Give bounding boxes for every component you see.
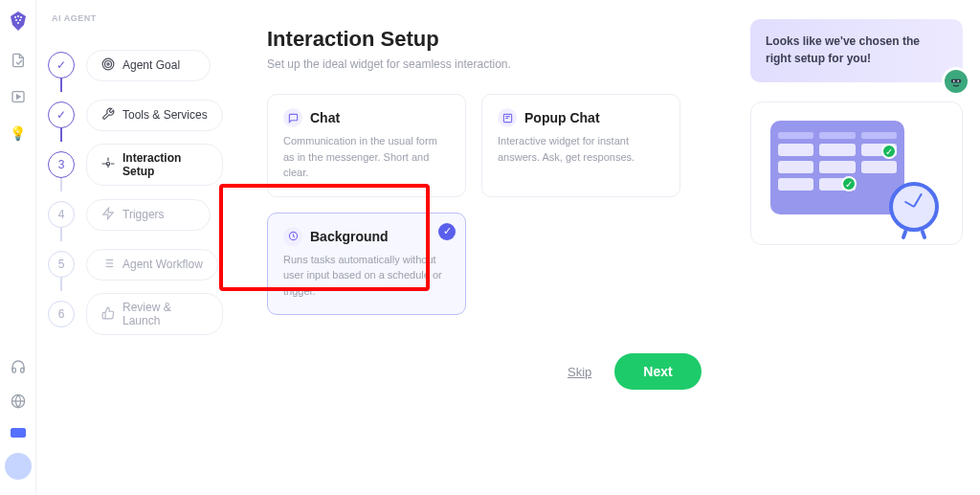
bulb-icon[interactable]: 💡 <box>10 125 26 141</box>
tools-icon <box>101 107 115 124</box>
trigger-icon <box>101 207 115 223</box>
svg-marker-14 <box>103 208 114 219</box>
svg-point-4 <box>19 19 21 21</box>
thumbs-up-icon <box>101 306 115 323</box>
svg-point-11 <box>105 60 112 67</box>
sidebar-header: AI AGENT <box>48 13 223 23</box>
skip-link[interactable]: Skip <box>568 365 591 379</box>
svg-point-26 <box>957 80 959 82</box>
card-title: Chat <box>310 110 340 125</box>
step-indicator-5: 5 <box>48 251 75 278</box>
headset-icon[interactable] <box>11 359 26 378</box>
step-agent-goal[interactable]: Agent Goal <box>86 50 211 81</box>
svg-point-25 <box>953 80 955 82</box>
card-title: Background <box>310 229 389 244</box>
step-indicator-2: ✓ <box>48 101 75 128</box>
card-desc: Communication in the usual form as in th… <box>283 133 450 181</box>
option-card-background[interactable]: ✓ Background Runs tasks automatically wi… <box>267 213 466 316</box>
card-desc: Interactive widget for instant answers. … <box>498 133 664 165</box>
assistant-avatar-icon <box>942 67 970 96</box>
assistant-bubble: Looks like we've chosen the right setup … <box>750 19 963 82</box>
background-icon <box>283 227 302 246</box>
step-review-launch[interactable]: Review & Launch <box>86 293 223 335</box>
svg-point-5 <box>17 22 19 24</box>
option-card-chat[interactable]: Chat Communication in the usual form as … <box>267 94 466 197</box>
svg-point-12 <box>107 62 109 64</box>
step-indicator-4: 4 <box>48 201 75 228</box>
svg-point-3 <box>15 19 17 21</box>
logo-icon <box>10 11 27 35</box>
chat-icon <box>283 108 302 127</box>
page-title: Interaction Setup <box>267 27 727 52</box>
step-indicator-6: 6 <box>48 301 75 327</box>
step-indicator-3: 3 <box>48 151 75 178</box>
left-rail: 💡 <box>0 0 36 495</box>
step-agent-workflow[interactable]: Agent Workflow <box>86 249 218 281</box>
sidebar: AI AGENT ✓ Agent Goal ✓ Tools & Services <box>36 0 223 495</box>
option-card-popup[interactable]: Popup Chat Interactive widget for instan… <box>481 94 680 197</box>
step-tools-services[interactable]: Tools & Services <box>86 100 223 131</box>
svg-point-0 <box>14 16 16 18</box>
globe-icon[interactable] <box>11 394 26 413</box>
file-icon[interactable] <box>11 53 26 72</box>
user-avatar[interactable] <box>5 453 32 480</box>
svg-marker-7 <box>16 95 19 99</box>
battery-icon <box>11 428 26 438</box>
next-button[interactable]: Next <box>614 353 701 390</box>
video-icon[interactable] <box>11 89 26 108</box>
workflow-icon <box>101 257 115 273</box>
svg-point-1 <box>17 15 19 17</box>
illustration-card: ✓ ✓ <box>750 101 963 245</box>
step-interaction-setup[interactable]: Interaction Setup <box>86 144 223 186</box>
step-indicator-1: ✓ <box>48 52 75 79</box>
svg-point-2 <box>20 16 22 18</box>
popup-icon <box>498 108 517 127</box>
target-icon <box>101 57 115 74</box>
interaction-icon <box>101 157 115 173</box>
card-desc: Runs tasks automatically without user in… <box>283 252 450 300</box>
page-subtitle: Set up the ideal widget for seamless int… <box>267 57 727 71</box>
right-panel: Looks like we've chosen the right setup … <box>750 0 980 495</box>
svg-rect-24 <box>951 79 962 83</box>
step-triggers[interactable]: Triggers <box>86 199 211 231</box>
selected-check-icon: ✓ <box>438 223 456 240</box>
main-content: Interaction Setup Set up the ideal widge… <box>223 0 750 495</box>
card-title: Popup Chat <box>524 110 600 125</box>
